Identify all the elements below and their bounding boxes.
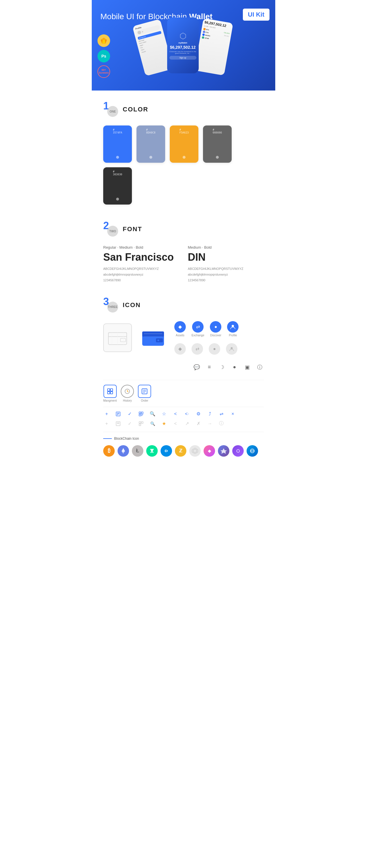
qr-icon [138, 410, 144, 417]
svg-marker-51 [221, 448, 227, 454]
svg-rect-33 [139, 414, 141, 416]
svg-rect-21 [110, 392, 113, 394]
info-icon-gray: ⓘ [218, 420, 225, 427]
named-icons-gray-row: ◆ ⇄ ● [174, 343, 238, 355]
back-icon: < [172, 410, 179, 417]
hero-section: Mobile UI for Blockchain Wallet UI Kit P… [92, 0, 275, 91]
svg-point-16 [232, 325, 234, 327]
small-icons-blue-row: + ✓ 🔍 ☆ < <· ⚙ ⤴ ⇌ × [103, 410, 264, 417]
svg-rect-37 [141, 415, 142, 416]
svg-rect-7 [120, 338, 125, 342]
color-section: 1 ONE COLOR #3574FA #8DA0C8 #F5A623 #666… [92, 91, 275, 210]
back-icon-gray: < [172, 420, 179, 427]
stack-icon: ≡ [205, 363, 213, 371]
swap-icon: ⇌ [218, 410, 225, 417]
svg-rect-20 [108, 392, 110, 394]
section-number-3: 3 THREE [103, 298, 118, 313]
crypto-icons-row: ₿ Ł ℤ ◆ ⬡ [103, 445, 264, 465]
polygon-icon: ⬡ [232, 445, 244, 457]
dash-icon [161, 445, 172, 457]
phone-right: $6,297,502.12 12-298 · 708-2003 BTC 738-… [194, 18, 233, 75]
svg-rect-36 [142, 415, 142, 415]
svg-rect-34 [141, 414, 142, 415]
unknown1-icon [189, 445, 201, 457]
small-icons-gray-row: + ✓ 🔍 ★ < ↗ ✗ → ⓘ [103, 420, 264, 427]
discover-icon-item: ● Discover [210, 321, 221, 337]
swatch-dark: #303030 [103, 167, 132, 205]
svg-point-47 [164, 448, 169, 453]
font-sf: Regular · Medium · Bold San Francisco AB… [103, 245, 179, 283]
svg-rect-32 [141, 412, 143, 414]
ui-kit-badge: UI Kit [243, 9, 270, 21]
svg-marker-50 [193, 449, 197, 453]
color-swatches: #3574FA #8DA0C8 #F5A623 #666666 #303030 [103, 125, 264, 205]
assets-icon-gray: ◆ [174, 343, 186, 355]
qr-icon-gray [138, 420, 144, 427]
divider-3 [103, 432, 264, 432]
neo-icon [146, 445, 158, 457]
blockchain-line [103, 438, 112, 439]
wallet-icon-solid [139, 323, 167, 352]
exchange-icon-item: ⇄ Exchange [192, 321, 204, 337]
settings-icon: ⚙ [195, 410, 202, 417]
svg-rect-19 [110, 389, 113, 391]
star-icon: ☆ [161, 410, 167, 417]
order-icon [138, 385, 151, 398]
exchange-icon: ⇄ [192, 321, 204, 333]
history-icon-item: History [121, 385, 134, 402]
blockchain-label: BlockChain Icon [103, 437, 264, 441]
svg-point-17 [230, 347, 232, 349]
misc-icons-row: 💬 ≡ ☽ ● ▣ ⓘ [193, 362, 264, 373]
edit-icon-gray [115, 420, 121, 427]
zcash-icon: ℤ [175, 445, 186, 457]
swatch-gray: #666666 [203, 125, 232, 163]
share-icon-gray: ↗ [184, 420, 190, 427]
swatch-blue: #3574FA [103, 125, 132, 163]
plus-icon: + [103, 410, 110, 417]
svg-point-52 [250, 449, 254, 453]
plus-icon-gray: + [103, 420, 110, 427]
management-icon [104, 385, 117, 398]
export-icon: ⤴ [206, 410, 213, 417]
swatch-orange: #F5A623 [170, 125, 198, 163]
svg-rect-14 [156, 338, 163, 342]
circle-icon: ● [230, 363, 238, 371]
discover-icon: ● [210, 321, 221, 333]
color-section-header: 1 ONE COLOR [103, 102, 264, 117]
search-icon: 🔍 [149, 410, 156, 417]
phone-mockups: Profile AI Mangment Message Red Called N… [101, 22, 266, 73]
moon-icon: ☽ [218, 363, 226, 371]
svg-rect-18 [108, 389, 110, 391]
search-icon-gray: 🔍 [149, 420, 156, 427]
svg-rect-43 [139, 424, 141, 426]
wallet-icon-wireframe [103, 323, 132, 352]
section-number-1: 1 ONE [103, 102, 118, 117]
icon-section-header: 3 THREE ICON [103, 298, 264, 313]
section-number-2: 2 TWO [103, 222, 118, 237]
svg-rect-41 [139, 422, 141, 424]
named-icons-row: ◆ Assets ⇄ Exchange ● Discover Profile [174, 321, 238, 337]
ardor-icon: ◆ [204, 445, 215, 457]
swatch-gray-blue: #8DA0C8 [137, 125, 165, 163]
unknown2-icon [218, 445, 229, 457]
font-title: FONT [123, 225, 142, 233]
font-section-header: 2 TWO FONT [103, 222, 264, 237]
chat-icon: ▣ [243, 363, 251, 371]
history-icon [121, 385, 134, 398]
phone-center: ⬡ myWallet $6,297,502.12 Character may b… [167, 18, 199, 73]
close-icon: × [229, 410, 236, 417]
info-icon: ⓘ [256, 363, 264, 371]
font-grid: Regular · Medium · Bold San Francisco AB… [103, 245, 264, 283]
svg-rect-31 [139, 412, 141, 414]
order-icon-item: Order [138, 385, 151, 402]
divider-1 [103, 380, 264, 380]
unknown3-icon [247, 445, 258, 457]
svg-point-15 [158, 339, 159, 341]
svg-rect-42 [141, 422, 143, 424]
profile-icon [227, 321, 238, 333]
discover-icon-gray: ● [209, 343, 220, 355]
icon-title: ICON [123, 301, 141, 309]
color-title: COLOR [123, 106, 148, 113]
share-icon: <· [184, 410, 190, 417]
litecoin-icon: Ł [132, 445, 143, 457]
